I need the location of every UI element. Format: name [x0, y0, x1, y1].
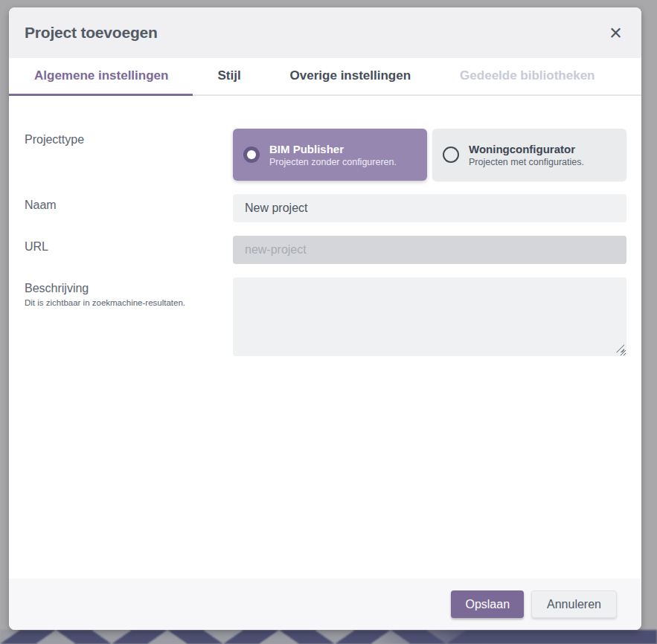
url-input — [233, 236, 626, 264]
tab-bar: Algemene instellingen Stijl Overige inst… — [9, 58, 641, 96]
add-project-dialog: Project toevoegen × Algemene instellinge… — [9, 7, 641, 630]
option-description: Projecten met configuraties. — [469, 157, 584, 167]
radio-unselected-icon — [443, 146, 459, 163]
beschrijving-label: Beschrijving — [25, 282, 233, 295]
option-description: Projecten zonder configureren. — [269, 157, 397, 167]
option-title: Woningconfigurator — [469, 143, 584, 155]
tab-stijl[interactable]: Stijl — [193, 58, 265, 96]
projecttype-option-woningconfigurator[interactable]: Woningconfigurator Projecten met configu… — [432, 129, 626, 181]
dialog-title: Project toevoegen — [25, 24, 158, 42]
url-row: URL — [25, 236, 626, 264]
dialog-body: Projecttype BIM Publisher Projecten zond… — [9, 96, 641, 579]
naam-label: Naam — [25, 199, 233, 212]
naam-input[interactable] — [233, 194, 626, 222]
url-label: URL — [25, 240, 233, 254]
beschrijving-textarea[interactable] — [233, 277, 626, 356]
save-button[interactable]: Opslaan — [451, 590, 524, 618]
tab-overige-instellingen[interactable]: Overige instellingen — [266, 58, 436, 96]
projecttype-label: Projecttype — [25, 133, 233, 146]
projecttype-row: Projecttype BIM Publisher Projecten zond… — [25, 129, 626, 181]
beschrijving-row: Beschrijving Dit is zichtbaar in zoekmac… — [25, 277, 626, 356]
close-icon[interactable]: × — [609, 22, 622, 44]
dialog-header: Project toevoegen × — [9, 7, 641, 58]
beschrijving-helper-text: Dit is zichtbaar in zoekmachine-resultat… — [25, 297, 233, 308]
tab-algemene-instellingen[interactable]: Algemene instellingen — [9, 58, 193, 96]
background-pattern — [0, 630, 657, 644]
radio-selected-icon — [243, 146, 260, 163]
option-title: BIM Publisher — [269, 143, 397, 155]
projecttype-option-bim-publisher[interactable]: BIM Publisher Projecten zonder configure… — [233, 129, 427, 181]
projecttype-options: BIM Publisher Projecten zonder configure… — [233, 129, 626, 181]
naam-row: Naam — [25, 194, 626, 222]
cancel-button[interactable]: Annuleren — [531, 590, 617, 618]
dialog-footer: Opslaan Annuleren — [9, 579, 641, 630]
tab-gedeelde-bibliotheken: Gedeelde bibliotheken — [435, 58, 619, 96]
